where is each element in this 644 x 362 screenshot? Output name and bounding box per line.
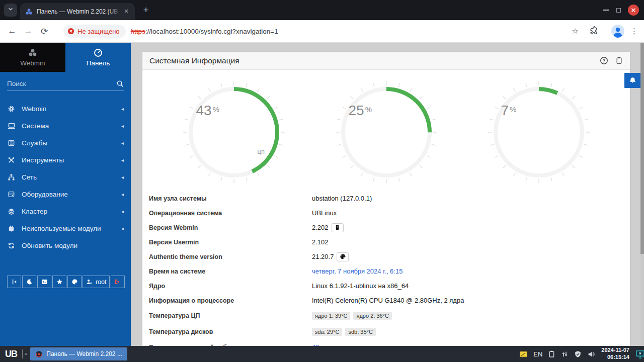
clipboard-icon[interactable] (615, 56, 623, 65)
chevron-left-icon: ◂ (121, 106, 124, 112)
notes-icon[interactable] (519, 350, 528, 358)
info-row: Время на системе четверг, 7 ноября 2024 … (142, 264, 630, 279)
gauge-dial (334, 79, 439, 185)
chevron-down-icon (7, 6, 14, 15)
scrollbar-thumb[interactable] (640, 43, 644, 254)
window-list-handle[interactable]: ≡ (25, 351, 27, 356)
sidebar-item[interactable]: Обновить модули (0, 237, 131, 254)
address-bar[interactable]: Не защищено https://localhost:10000/sysi… (59, 24, 583, 39)
info-value-cell: четверг, 7 ноября 2024 г., 6:15 (312, 267, 403, 275)
bookmark-star-icon[interactable]: ☆ (572, 27, 579, 36)
info-value-cell: 2.102 (312, 238, 329, 246)
info-row: Операционная система UBLinux (142, 206, 630, 220)
browser-tab-active[interactable]: Панель — Webmin 2.202 (UB × (20, 3, 135, 20)
sidebar-item[interactable]: Система ◂ (0, 117, 131, 134)
network-arrows-icon[interactable] (561, 350, 569, 358)
keyboard-layout[interactable]: EN (533, 350, 542, 358)
terminal-icon (41, 279, 48, 285)
window-restore-button[interactable] (616, 8, 621, 13)
info-row: Ядро Linux 6.1.92-1-ublinux на x86_64 (142, 279, 630, 293)
tray-date: 2024-11-07 (601, 347, 629, 354)
usage-gauge: 7% (486, 79, 592, 185)
signout-icon (114, 279, 121, 285)
terminal-button[interactable] (37, 276, 51, 288)
favorites-button[interactable] (52, 276, 66, 288)
webmin-favicon (25, 8, 33, 16)
info-row: Температура дисков sda: 29°Csdb: 35°C (142, 324, 630, 340)
info-label: Информация о процессоре (149, 297, 312, 304)
system-tray: EN 2024-11-07 06:15:14 (519, 347, 644, 361)
window-minimize-button[interactable] (603, 10, 609, 11)
page: Webmin Панель Webmin ◂ Система ◂ Сл (0, 43, 644, 346)
extensions-puzzle-icon[interactable] (588, 26, 599, 37)
browser-menu-button[interactable]: ⋮ (630, 27, 638, 36)
hdd-icon (7, 191, 16, 198)
tab-search-button[interactable] (4, 4, 17, 17)
gear-icon (7, 105, 16, 113)
shield-icon[interactable] (574, 350, 582, 358)
notifications-button[interactable] (624, 73, 640, 88)
sidebar-item[interactable]: Неиспользуемые модули ◂ (0, 220, 131, 237)
info-label: Authentic theme version (149, 253, 312, 260)
clock[interactable]: 2024-11-07 06:15:14 (601, 347, 629, 361)
gauge-value: 7% (501, 103, 517, 119)
svg-text:?: ? (603, 58, 606, 63)
collapse-sidebar-button[interactable] (7, 276, 21, 288)
task-title: Панель — Webmin 2.202 ... (46, 350, 122, 357)
card-header: Системная Информация ? (142, 52, 630, 70)
info-row: Версия Usermin 2.102 (142, 235, 630, 249)
tab-close-button[interactable]: × (122, 7, 131, 16)
security-chip[interactable]: Не защищено (63, 25, 126, 38)
sidebar-item[interactable]: Сеть ◂ (0, 168, 131, 186)
chevron-left-icon: ◂ (121, 226, 124, 231)
speaker-icon[interactable] (587, 350, 596, 358)
theme-button[interactable] (67, 276, 82, 288)
gauge-label: цп (258, 148, 265, 155)
clipboard-tray-icon[interactable] (548, 350, 555, 358)
info-value-link[interactable]: четверг, 7 ноября 2024 г., 6:15 (312, 267, 403, 275)
info-label: Имя узла системы (149, 195, 312, 202)
webmin-logo-icon (28, 48, 37, 57)
bell-icon (629, 77, 636, 84)
sidebar-item[interactable]: Службы ◂ (0, 134, 131, 151)
info-value: 2.102 (312, 238, 329, 246)
window-close-button[interactable]: ✕ (628, 5, 639, 16)
forward-button[interactable]: → (20, 26, 36, 36)
help-icon[interactable]: ? (600, 56, 608, 65)
new-tab-button[interactable]: + (140, 5, 152, 16)
refresh-icon (7, 242, 16, 249)
sidebar-item-label: Службы (22, 139, 121, 147)
sidebar-item[interactable]: Кластер ◂ (0, 203, 131, 220)
info-table: Имя узла системы ubstation (127.0.0.1) О… (142, 191, 630, 354)
sidebar-item[interactable]: Оборудование ◂ (0, 186, 131, 203)
sidebar-item[interactable]: Webmin ◂ (0, 100, 131, 117)
content-area: Системная Информация ? 43% цп (131, 43, 644, 346)
sidebar-tab-webmin[interactable]: Webmin (0, 43, 65, 72)
tab-title-fade (108, 3, 122, 20)
info-label: Время на системе (149, 268, 312, 275)
back-button[interactable]: ← (4, 26, 20, 36)
sidebar-item[interactable]: Инструменты ◂ (0, 151, 131, 168)
search-icon (116, 80, 124, 87)
sidebar-item-label: Webmin (22, 105, 121, 113)
scrollbar[interactable] (640, 43, 644, 346)
sidebar-tab-dashboard[interactable]: Панель (65, 43, 131, 72)
package-icon-button[interactable] (332, 223, 344, 232)
taskbar-task-button[interactable]: Панель — Webmin 2.202 ... (30, 347, 127, 360)
logout-button[interactable] (111, 276, 125, 288)
info-value-cell: Linux 6.1.92-1-ublinux на x86_64 (312, 282, 409, 290)
ub-menu-button[interactable]: UB (0, 349, 22, 359)
sidebar-footer: root (7, 276, 125, 288)
usage-gauge: 25% (334, 79, 439, 185)
profile-avatar[interactable] (611, 25, 624, 38)
night-mode-button[interactable] (22, 276, 36, 288)
palette-icon-button[interactable] (337, 252, 349, 261)
gauge-value: 43% (196, 103, 220, 119)
screenshot-monitor-icon[interactable] (635, 349, 644, 359)
temperature-badge: sdb: 35°C (345, 328, 375, 336)
info-value: 2.202 (312, 224, 329, 231)
search-input[interactable] (7, 80, 116, 87)
info-value: 21.20.7 (312, 253, 334, 260)
user-button[interactable]: root (83, 276, 110, 288)
reload-button[interactable]: ⟳ (36, 26, 52, 37)
